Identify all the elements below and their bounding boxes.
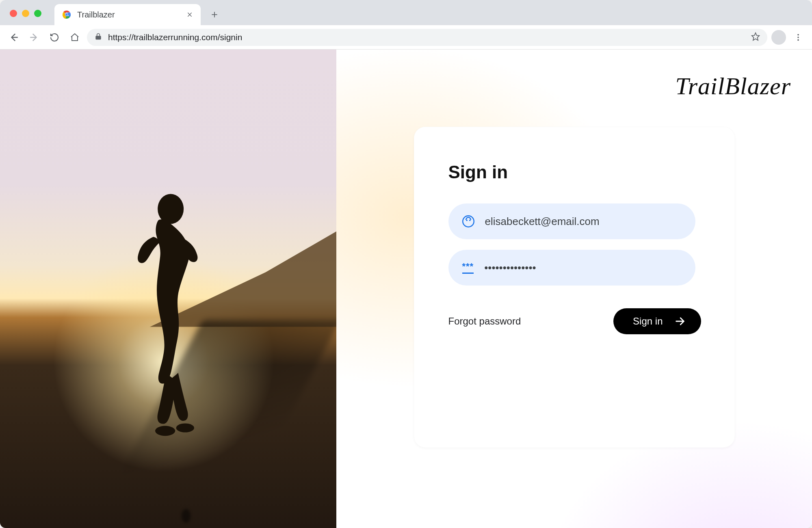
- lock-icon: [94, 32, 102, 42]
- svg-point-12: [797, 37, 799, 38]
- address-bar[interactable]: https://trailblazerrunning.com/signin: [87, 29, 767, 46]
- svg-point-15: [155, 426, 175, 436]
- home-button[interactable]: [67, 29, 83, 45]
- forward-button[interactable]: [26, 29, 42, 45]
- browser-toolbar: https://trailblazerrunning.com/signin: [0, 25, 812, 50]
- tab-close-button[interactable]: [186, 11, 193, 18]
- signin-button-label: Sign in: [633, 316, 663, 327]
- hero-image: [0, 50, 336, 528]
- password-input[interactable]: [484, 262, 681, 274]
- password-field-wrapper: ***: [448, 250, 695, 286]
- brand-logo: TrailBlazer: [676, 72, 791, 100]
- svg-marker-10: [752, 32, 759, 40]
- profile-avatar[interactable]: [771, 30, 786, 45]
- url-text: https://trailblazerrunning.com/signin: [108, 32, 745, 42]
- runner-silhouette: [115, 193, 221, 453]
- signin-button[interactable]: Sign in: [613, 308, 701, 334]
- forgot-password-link[interactable]: Forgot password: [448, 316, 521, 327]
- window-maximize-button[interactable]: [34, 10, 41, 17]
- browser-tab[interactable]: Trailblazer: [54, 4, 201, 25]
- browser-menu-button[interactable]: [790, 29, 806, 45]
- email-field-wrapper: [448, 203, 695, 239]
- tab-title: Trailblazer: [77, 10, 186, 19]
- svg-point-11: [797, 34, 799, 35]
- svg-point-14: [158, 194, 184, 224]
- favicon-icon: [62, 10, 71, 19]
- signin-actions: Forgot password Sign in: [448, 308, 701, 334]
- window-close-button[interactable]: [10, 10, 17, 17]
- signin-card: Sign in ***: [414, 127, 735, 448]
- svg-point-3: [66, 14, 68, 16]
- signin-panel: TrailBlazer Sign in: [336, 50, 812, 528]
- password-icon: ***: [462, 262, 474, 274]
- svg-point-16: [176, 424, 194, 433]
- window-controls: [10, 10, 41, 17]
- email-input[interactable]: [485, 215, 682, 228]
- reload-button[interactable]: [46, 29, 63, 45]
- person-icon: [462, 215, 474, 227]
- new-tab-button[interactable]: [206, 6, 223, 23]
- arrow-right-icon: [674, 316, 686, 327]
- svg-point-13: [797, 39, 799, 41]
- page-content: TrailBlazer Sign in: [0, 50, 812, 528]
- bookmark-star-icon[interactable]: [751, 32, 760, 43]
- back-button[interactable]: [6, 29, 22, 45]
- signin-heading: Sign in: [448, 162, 700, 182]
- window-minimize-button[interactable]: [22, 10, 29, 17]
- browser-window: Trailblazer: [0, 0, 812, 528]
- tab-strip: Trailblazer: [0, 0, 812, 25]
